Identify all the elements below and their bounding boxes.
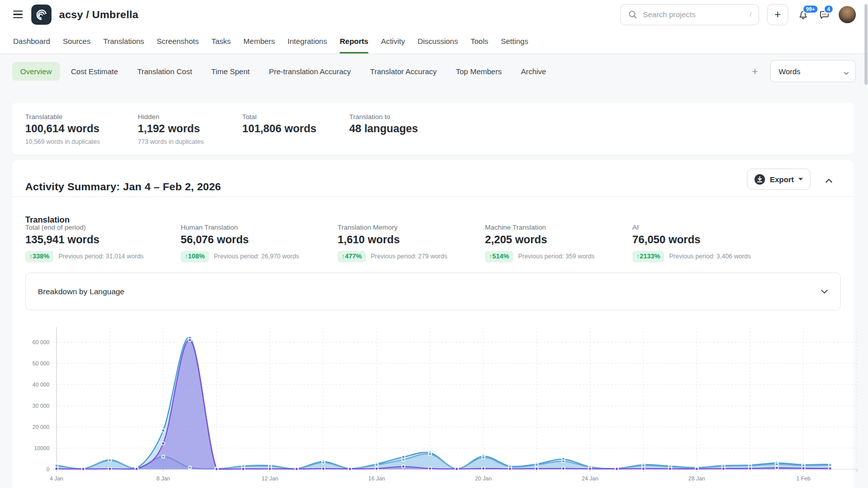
divider bbox=[12, 196, 854, 197]
stat-translatable: Translatable 100,614 words 10,569 words … bbox=[25, 113, 100, 145]
stat-translation-to: Translation to 48 languages bbox=[349, 113, 418, 135]
nav-tab-integrations[interactable]: Integrations bbox=[288, 29, 327, 53]
report-subnav: Overview Cost Estimate Translation Cost … bbox=[12, 60, 856, 82]
nav-tab-sources[interactable]: Sources bbox=[63, 29, 90, 53]
metric-translation-memory: Translation Memory 1,610 words ↑477% Pre… bbox=[338, 224, 447, 262]
page-scrollbar[interactable] bbox=[864, 0, 868, 488]
nav-tab-reports[interactable]: Reports bbox=[340, 29, 368, 53]
nav-tab-activity[interactable]: Activity bbox=[381, 29, 405, 53]
metric-total: Total (end of period) 135,941 words ↑338… bbox=[25, 224, 144, 262]
topbar: acsy / Umbrella Search projects / + 99+ bbox=[0, 0, 868, 29]
breakdown-label: Breakdown by Language bbox=[38, 287, 125, 296]
caret-down-icon bbox=[798, 178, 803, 181]
search-input[interactable]: Search projects / bbox=[620, 4, 759, 25]
user-avatar[interactable] bbox=[839, 6, 856, 23]
nav-tab-settings[interactable]: Settings bbox=[501, 29, 528, 53]
trend-badge: ↑477% bbox=[338, 251, 366, 262]
metric-machine-translation: Machine Translation 2,205 words ↑514% Pr… bbox=[485, 224, 594, 262]
nav-tab-dashboard[interactable]: Dashboard bbox=[13, 29, 50, 53]
stat-total: Total 101,806 words bbox=[242, 113, 316, 135]
metric-human-translation: Human Translation 56,076 words ↑108% Pre… bbox=[181, 224, 299, 262]
nav-tab-tasks[interactable]: Tasks bbox=[211, 29, 231, 53]
trend-badge: ↑2133% bbox=[632, 251, 664, 262]
export-label: Export bbox=[770, 175, 794, 184]
nav-tab-screenshots[interactable]: Screenshots bbox=[157, 29, 199, 53]
nav-tab-tools[interactable]: Tools bbox=[470, 29, 488, 53]
create-button[interactable]: + bbox=[767, 4, 788, 25]
stat-hidden: Hidden 1,192 words 773 words in duplicat… bbox=[138, 113, 204, 145]
trend-badge: ↑338% bbox=[25, 251, 53, 262]
add-report-button[interactable]: + bbox=[750, 64, 760, 79]
breakdown-by-language-accordion[interactable]: Breakdown by Language bbox=[25, 273, 841, 310]
collapse-section-button[interactable] bbox=[823, 174, 835, 187]
notifications-badge: 99+ bbox=[802, 5, 819, 14]
unit-select[interactable]: Words bbox=[770, 60, 856, 82]
menu-icon[interactable] bbox=[12, 9, 24, 20]
report-tab-translation-cost[interactable]: Translation Cost bbox=[129, 62, 200, 81]
messages-badge: 4 bbox=[824, 5, 834, 14]
app-logo[interactable] bbox=[31, 5, 51, 25]
unit-select-value: Words bbox=[779, 67, 800, 76]
word-stats-card: Translatable 100,614 words 10,569 words … bbox=[12, 102, 854, 155]
report-tab-overview[interactable]: Overview bbox=[12, 62, 60, 81]
export-button[interactable]: Export bbox=[747, 169, 810, 190]
app-header: acsy / Umbrella Search projects / + 99+ bbox=[0, 0, 868, 54]
translation-section-title: Translation bbox=[25, 215, 70, 225]
search-placeholder: Search projects bbox=[643, 10, 744, 19]
activity-summary-title: Activity Summary: Jan 4 – Feb 2, 2026 bbox=[25, 181, 221, 193]
notifications-button[interactable]: 99+ bbox=[796, 8, 809, 21]
chevron-up-icon bbox=[825, 178, 833, 183]
activity-summary-card: Activity Summary: Jan 4 – Feb 2, 2026 Ex… bbox=[12, 160, 854, 488]
download-icon bbox=[754, 174, 765, 185]
project-title: acsy / Umbrella bbox=[59, 9, 138, 21]
messages-button[interactable]: 4 bbox=[818, 8, 831, 21]
trend-badge: ↑108% bbox=[181, 251, 209, 262]
search-shortcut-hint: / bbox=[749, 11, 751, 18]
report-tab-pretranslation-accuracy[interactable]: Pre-translation Accuracy bbox=[261, 62, 359, 81]
report-tab-time-spent[interactable]: Time Spent bbox=[203, 62, 258, 81]
chevron-down-icon bbox=[821, 289, 828, 294]
metric-ai: AI 76,050 words ↑2133% Previous period: … bbox=[632, 224, 751, 262]
report-tab-archive[interactable]: Archive bbox=[513, 62, 554, 81]
main-nav: Dashboard Sources Translations Screensho… bbox=[0, 29, 868, 53]
logo-icon bbox=[31, 5, 51, 25]
nav-tab-discussions[interactable]: Discussions bbox=[417, 29, 458, 53]
scrollbar-thumb[interactable] bbox=[864, 4, 867, 85]
nav-tab-members[interactable]: Members bbox=[243, 29, 275, 53]
select-carets-icon bbox=[843, 67, 849, 76]
nav-tab-translations[interactable]: Translations bbox=[103, 29, 144, 53]
report-tab-top-members[interactable]: Top Members bbox=[448, 62, 510, 81]
report-tab-translator-accuracy[interactable]: Translator Accuracy bbox=[362, 62, 445, 81]
search-icon bbox=[628, 10, 637, 19]
report-tab-cost-estimate[interactable]: Cost Estimate bbox=[63, 62, 126, 81]
trend-badge: ↑514% bbox=[485, 251, 513, 262]
